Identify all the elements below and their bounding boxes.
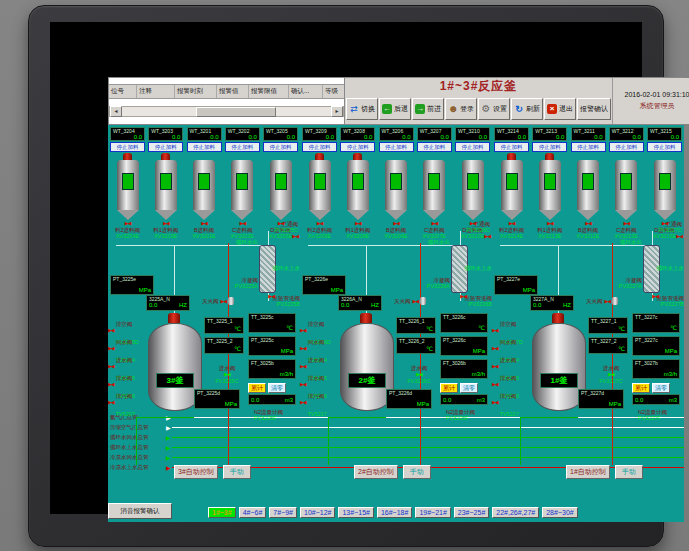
- agitator-speed-readout: 3227A_N 0.0 HZ: [530, 295, 574, 311]
- reactor-page-tab[interactable]: 16#~18#: [377, 507, 412, 518]
- inlet-valve-icon[interactable]: ▶◀: [224, 371, 230, 378]
- scroll-right-icon[interactable]: ►: [331, 106, 343, 117]
- toolbar-button[interactable]: × 退出: [544, 98, 576, 120]
- totalize-button[interactable]: 累计: [440, 383, 458, 393]
- tank-level-window: [659, 173, 671, 190]
- instrument-unit: ℃: [478, 325, 485, 331]
- instrument-unit: ℃: [286, 325, 293, 331]
- emergency-valve-icon[interactable]: ▶◀: [460, 293, 466, 300]
- reactor-page-tab[interactable]: 22#,26#,27#: [492, 507, 539, 518]
- valve-icon[interactable]: ▶◀: [300, 399, 306, 406]
- tank-value: 0.0: [402, 134, 410, 140]
- feed-valve-icon[interactable]: ▶◀: [623, 220, 629, 227]
- three-way-valve-icon[interactable]: ▶◀: [484, 233, 490, 240]
- valve-icon[interactable]: ▶◀: [300, 327, 306, 334]
- tank-cone: [309, 210, 331, 220]
- valve-label: 排污阀: [116, 393, 133, 399]
- reset-button[interactable]: 清零: [268, 383, 286, 393]
- inlet-valve-icon[interactable]: ▶◀: [416, 371, 422, 378]
- three-way-valve-icon[interactable]: ▶◀: [292, 233, 298, 240]
- toolbar-button[interactable]: 报警确认: [577, 98, 611, 120]
- feed-valve-icon[interactable]: ▶◀: [547, 220, 553, 227]
- toolbar-button[interactable]: ↻ 刷新: [511, 98, 543, 120]
- reset-button[interactable]: 清零: [460, 383, 478, 393]
- feed-valve-icon[interactable]: ▶◀: [509, 220, 515, 227]
- tank-value: 0.0: [172, 134, 180, 140]
- reactor-page-tab[interactable]: 23#~25#: [454, 507, 489, 518]
- instrument-tag: PT_3225d: [197, 391, 237, 396]
- reactor-page-tab[interactable]: 7#~9#: [269, 507, 297, 518]
- reactor-page-tab[interactable]: 4#~6#: [239, 507, 267, 518]
- reactor-page-tab[interactable]: 19#~21#: [415, 507, 450, 518]
- valve-label: 排污阀: [500, 393, 517, 399]
- valve-icon[interactable]: ▶◀: [108, 363, 114, 370]
- feed-valve-icon[interactable]: ▶◀: [585, 220, 591, 227]
- tank-cone: [117, 210, 139, 220]
- valve-icon[interactable]: ▶◀: [300, 363, 306, 370]
- valve-icon[interactable]: ▶◀: [492, 399, 498, 406]
- fire-valve-icon[interactable]: ▶◀: [221, 298, 227, 305]
- feed-valve-icon[interactable]: ▶◀: [431, 220, 437, 227]
- manual-control-button[interactable]: 手动: [615, 465, 643, 479]
- alarm-column-header: 位号: [109, 85, 137, 98]
- fire-valve-icon[interactable]: ▶◀: [605, 298, 611, 305]
- feed-state-label: 停止加料: [187, 142, 222, 152]
- totalizer-unit: m3: [477, 397, 485, 403]
- tank-body: [615, 160, 637, 210]
- feed-valve-icon[interactable]: ▶◀: [163, 220, 169, 227]
- feed-valve-icon[interactable]: ▶◀: [355, 220, 361, 227]
- valve-icon[interactable]: ▶◀: [108, 399, 114, 406]
- control-mode-row: 3#自动控制 手动: [174, 465, 251, 479]
- auto-control-button[interactable]: 2#自动控制: [354, 465, 398, 479]
- totalize-button[interactable]: 累计: [632, 383, 650, 393]
- valve-icon[interactable]: ▶◀: [492, 381, 498, 388]
- three-way-valve-icon[interactable]: ▶◀: [676, 233, 682, 240]
- totalize-button[interactable]: 累计: [248, 383, 266, 393]
- auto-control-button[interactable]: 3#自动控制: [174, 465, 218, 479]
- valve-icon[interactable]: ▶◀: [492, 363, 498, 370]
- feed-valve-icon[interactable]: ▶◀: [125, 220, 131, 227]
- auto-control-button[interactable]: 1#自动控制: [566, 465, 610, 479]
- fire-valve: 灭火阀 ▶◀: [202, 297, 234, 305]
- toolbar-button[interactable]: ⇄ 切换: [346, 98, 378, 120]
- instrument-readout: FT_3027b m3/h: [632, 359, 680, 379]
- feed-valve-icon[interactable]: ▶◀: [393, 220, 399, 227]
- condenser-valve: 冷凝阀 PV3227A: [619, 277, 642, 289]
- feed-valve-icon[interactable]: ▶◀: [201, 220, 207, 227]
- valve-icon[interactable]: ▶◀: [108, 327, 114, 334]
- toolbar-button[interactable]: ☻ 登录: [445, 98, 477, 120]
- alarm-scrollbar[interactable]: ◄ ►: [109, 106, 344, 117]
- toolbar-button[interactable]: ← 后退: [379, 98, 411, 120]
- tank-cone: [423, 210, 445, 220]
- emergency-valve-icon[interactable]: ▶◀: [268, 293, 274, 300]
- reactor-page-tab[interactable]: 1#~3#: [208, 507, 236, 518]
- manual-control-button[interactable]: 手动: [403, 465, 431, 479]
- reset-button[interactable]: 清零: [652, 383, 670, 393]
- valve-icon[interactable]: ▶◀: [300, 345, 306, 352]
- valve-icon[interactable]: ▶◀: [492, 327, 498, 334]
- inlet-valve-icon[interactable]: ▶◀: [608, 371, 614, 378]
- mute-alarm-button[interactable]: 消音报警确认: [108, 503, 172, 519]
- emergency-valve-icon[interactable]: ▶◀: [652, 293, 658, 300]
- tank-body: [462, 160, 484, 210]
- feed-valve-tag: XV3206E: [384, 233, 407, 239]
- reactor-page-tab[interactable]: 10#~12#: [300, 507, 335, 518]
- reactor-page-tab[interactable]: 28#~30#: [542, 507, 577, 518]
- toolbar-button[interactable]: ⚙ 设置: [478, 98, 510, 120]
- valve-icon[interactable]: ▶◀: [108, 381, 114, 388]
- valve-icon[interactable]: ▶◀: [492, 345, 498, 352]
- manual-control-button[interactable]: 手动: [223, 465, 251, 479]
- feed-valve-icon[interactable]: ▶◀: [317, 220, 323, 227]
- instrument-readout: FT_3026b m3/h: [440, 359, 488, 379]
- tank-cone: [231, 210, 253, 220]
- feed-valve-icon[interactable]: ▶◀: [239, 220, 245, 227]
- scroll-left-icon[interactable]: ◄: [110, 106, 122, 117]
- fire-valve-icon[interactable]: ▶◀: [413, 298, 419, 305]
- reactor-label: 1#釜: [540, 373, 578, 388]
- valve-icon[interactable]: ▶◀: [300, 381, 306, 388]
- scrollbar-thumb[interactable]: [196, 107, 276, 117]
- reactor-page-tab[interactable]: 13#~15#: [338, 507, 373, 518]
- valve-icon[interactable]: ▶◀: [108, 345, 114, 352]
- tank-level-window: [620, 173, 632, 190]
- toolbar-button[interactable]: → 前进: [412, 98, 444, 120]
